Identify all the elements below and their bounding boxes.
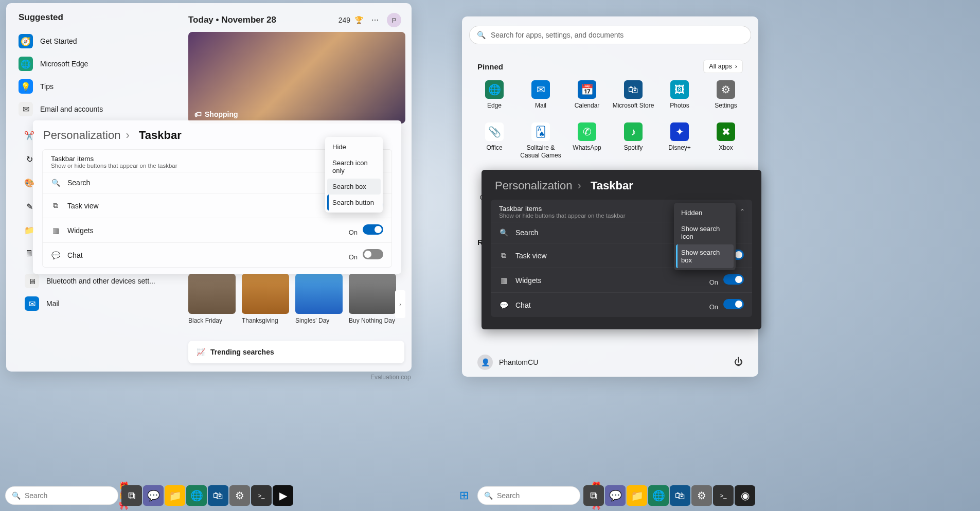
nav-sync-icon[interactable]: ↻ <box>22 151 37 167</box>
explorer-icon[interactable]: 📁 <box>165 485 185 506</box>
sidebar-item-bluetooth[interactable]: 🖥 Bluetooth and other devices sett... <box>25 274 155 288</box>
hero-card[interactable]: 🏷Shopping <box>188 32 405 124</box>
search-input[interactable] <box>497 491 587 500</box>
rewards-points[interactable]: 249 <box>338 16 350 24</box>
pinned-app[interactable]: 📎 Office <box>471 120 518 161</box>
suggested-label: Get Started <box>40 37 77 45</box>
breadcrumb-parent[interactable]: Personalization <box>495 179 572 192</box>
media-icon[interactable]: ▶ <box>273 485 293 506</box>
breadcrumb-parent[interactable]: Personalization <box>43 129 120 142</box>
row-icon: ▥ <box>51 226 60 235</box>
edge-icon[interactable]: 🌐 <box>648 485 669 506</box>
store-icon[interactable]: 🛍 <box>208 485 228 506</box>
start-search[interactable]: 🔍 Search for apps, settings, and documen… <box>469 26 751 44</box>
sidebar-item-mail[interactable]: ✉ Mail <box>25 296 60 311</box>
suggested-item[interactable]: 💡 Tips <box>19 75 173 98</box>
taskbar-left: 🔍 🎁🎁🎀 ⧉💬📁🌐🛍⚙>_▶ <box>5 484 413 507</box>
trending-label: Trending searches <box>210 348 274 356</box>
shopping-tile[interactable]: Singles' Day <box>295 274 343 325</box>
settings-icon[interactable]: ⚙ <box>691 485 712 506</box>
settings-taskbar-light: ✂️ ↻ 🎨 ✎ 📁 🖩 Personalization › Taskbar T… <box>33 120 401 274</box>
shopping-tile[interactable]: Thanksgiving <box>242 274 289 325</box>
settings-icon[interactable]: ⚙ <box>229 485 250 506</box>
shopping-tile[interactable]: Black Friday <box>188 274 236 325</box>
dropdown-option[interactable]: Hidden <box>676 205 734 221</box>
chat-icon[interactable]: 💬 <box>605 485 626 506</box>
start-button[interactable]: ⊞ <box>454 485 474 506</box>
settings-taskbar-dark: Personalization › Taskbar Taskbar items … <box>482 170 761 329</box>
collapse-chevron-icon[interactable]: ⌃ <box>740 208 745 215</box>
row-label: Task view <box>67 202 99 210</box>
search-icon: 🔍 <box>12 491 21 500</box>
search-input[interactable] <box>25 491 115 500</box>
chat-icon[interactable]: 💬 <box>143 485 164 506</box>
suggested-header: Suggested <box>19 12 173 23</box>
toggle[interactable] <box>723 299 744 309</box>
pinned-app[interactable]: ⚙ Settings <box>703 78 749 111</box>
pinned-app[interactable]: 🖼 Photos <box>656 78 703 111</box>
toggle[interactable] <box>723 274 744 285</box>
pinned-app[interactable]: ✆ WhatsApp <box>564 120 610 161</box>
search-dropdown-light[interactable]: HideSearch icon onlySearch boxSearch but… <box>325 137 383 213</box>
watermark: Evaluation cop <box>370 374 411 381</box>
breadcrumb-current: Taskbar <box>139 129 182 142</box>
nav-folder-icon[interactable]: 📁 <box>22 222 37 238</box>
task-view-icon[interactable]: ⧉ <box>583 485 604 506</box>
suggested-item[interactable]: ✉ Email and accounts <box>19 98 173 120</box>
task-view-icon[interactable]: ⧉ <box>121 485 142 506</box>
trending-card[interactable]: 📈 Trending searches <box>188 341 404 363</box>
widgets-avatar[interactable]: P <box>387 13 401 27</box>
row-icon: ⧉ <box>499 251 508 260</box>
app-icon: ✉ <box>19 102 33 116</box>
taskbar-search[interactable]: 🔍 🎁🎁🎀 <box>5 486 118 505</box>
more-button[interactable]: ⋯ <box>367 12 383 28</box>
suggested-item[interactable]: 🧭 Get Started <box>19 30 173 52</box>
tile-caption: Thanksgiving <box>242 317 289 325</box>
dropdown-option[interactable]: Search box <box>327 179 381 195</box>
nav-clip-icon[interactable]: ✂️ <box>22 128 37 143</box>
app-icon: 📎 <box>485 122 504 141</box>
app-label: WhatsApp <box>573 144 601 151</box>
pinned-app[interactable]: ✉ Mail <box>518 78 564 111</box>
pinned-app[interactable]: 📅 Calendar <box>564 78 610 111</box>
toggle[interactable] <box>363 249 383 259</box>
terminal-icon[interactable]: >_ <box>713 485 734 506</box>
explorer-icon[interactable]: 📁 <box>627 485 647 506</box>
scroll-right-button[interactable]: › <box>395 290 405 318</box>
pinned-app[interactable]: 🌐 Edge <box>471 78 518 111</box>
pinned-app[interactable]: 🂡 Solitaire & Casual Games <box>518 120 564 161</box>
store-icon[interactable]: 🛍 <box>670 485 690 506</box>
nav-paint-icon[interactable]: 🎨 <box>22 175 37 190</box>
suggested-item[interactable]: 🌐 Microsoft Edge <box>19 52 173 75</box>
suggested-label: Email and accounts <box>40 105 103 113</box>
power-button[interactable]: ⏻ <box>734 357 743 367</box>
edge-icon[interactable]: 🌐 <box>186 485 207 506</box>
app-icon: ✉ <box>531 80 550 99</box>
terminal-icon[interactable]: >_ <box>251 485 272 506</box>
obs-icon[interactable]: ◉ <box>735 485 755 506</box>
app-icon: 📅 <box>578 80 596 99</box>
widgets-date: Today • November 28 <box>188 15 276 25</box>
dropdown-option[interactable]: Search icon only <box>327 155 381 179</box>
row-label: Widgets <box>515 276 542 285</box>
user-profile[interactable]: 👤 PhantomCU <box>477 355 538 370</box>
pinned-app[interactable]: ♪ Spotify <box>610 120 656 161</box>
nav-pencil-icon[interactable]: ✎ <box>22 199 37 214</box>
search-dropdown-dark[interactable]: HiddenShow search iconShow search box <box>674 203 736 270</box>
dropdown-option[interactable]: Show search icon <box>676 221 734 244</box>
pinned-header: Pinned <box>477 62 503 71</box>
pinned-app[interactable]: ✦ Disney+ <box>656 120 703 161</box>
pinned-app[interactable]: ✖ Xbox <box>703 120 749 161</box>
dropdown-option[interactable]: Search button <box>327 195 381 210</box>
dropdown-option[interactable]: Show search box <box>676 244 734 268</box>
taskbar-search[interactable]: 🔍 🎁🎁🎀 <box>477 486 580 505</box>
taskbar-right: ⊞ 🔍 🎁🎁🎀 ⧉💬📁🌐🛍⚙>_◉ <box>454 484 773 507</box>
shopping-tile[interactable]: Buy Nothing Day <box>349 274 396 325</box>
all-apps-button[interactable]: All apps › <box>703 60 743 73</box>
suggested-label: Tips <box>40 82 54 91</box>
trending-icon: 📈 <box>197 348 205 356</box>
dropdown-option[interactable]: Hide <box>327 139 381 155</box>
toggle[interactable] <box>363 224 383 235</box>
nav-calc-icon[interactable]: 🖩 <box>22 246 37 261</box>
pinned-app[interactable]: 🛍 Microsoft Store <box>610 78 656 111</box>
